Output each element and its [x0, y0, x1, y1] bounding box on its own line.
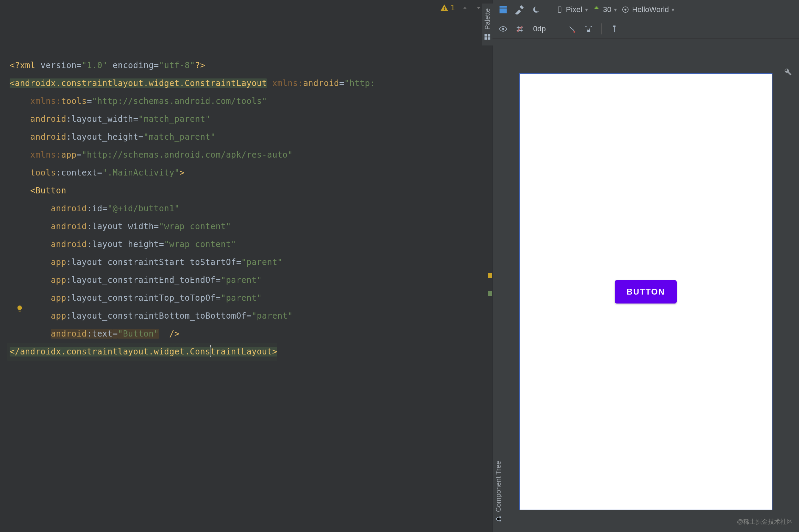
code-line[interactable]: app:layout_constraintTop_toTopOf="parent… — [7, 289, 492, 307]
code-line[interactable]: tools:context=".MainActivity"> — [7, 164, 492, 182]
code-line[interactable]: android:layout_width="match_parent" — [7, 110, 492, 128]
api-dropdown[interactable]: 30 ▾ — [593, 5, 617, 14]
layout-preview-pane: Pixel ▾ 30 ▾ HelloWorld ▾ — [492, 0, 799, 532]
chevron-down-icon: ▾ — [672, 7, 674, 13]
view-options-icon[interactable] — [784, 68, 792, 76]
visibility-icon[interactable] — [497, 23, 509, 35]
palette-tool-tab[interactable]: Palette — [482, 3, 493, 45]
code-line[interactable]: app:layout_constraintStart_toStartOf="pa… — [7, 253, 492, 271]
svg-point-7 — [502, 28, 504, 30]
device-frame[interactable]: BUTTON — [519, 73, 772, 510]
code-editor-pane: <?xml version="1.0" encoding="utf-8"?><a… — [0, 0, 492, 532]
app-root: <?xml version="1.0" encoding="utf-8"?><a… — [0, 0, 799, 532]
code-line[interactable]: <androidx.constraintlayout.widget.Constr… — [7, 74, 492, 92]
chevron-down-icon: ▾ — [585, 7, 588, 13]
design-surface[interactable]: BUTTON Component Tree @稀土掘金技术社区 — [492, 39, 799, 532]
separator — [601, 23, 602, 34]
device-label: Pixel — [566, 5, 582, 14]
clear-constraints-icon[interactable] — [566, 23, 578, 35]
vcs-change-marker — [488, 291, 492, 296]
orientation-icon[interactable] — [514, 4, 526, 15]
autoconnect-icon[interactable] — [514, 23, 526, 35]
toolbar-row-1: Pixel ▾ 30 ▾ HelloWorld ▾ — [492, 0, 799, 19]
intention-bulb-icon[interactable] — [16, 269, 54, 348]
night-mode-icon[interactable] — [530, 4, 542, 15]
editor-inspection-widget[interactable]: 1 — [440, 3, 482, 12]
chevron-down-icon: ▾ — [614, 7, 617, 13]
code-line[interactable]: <Button — [7, 182, 492, 200]
svg-point-1 — [535, 6, 540, 11]
svg-rect-2 — [558, 7, 561, 13]
code-line[interactable]: android:layout_height="wrap_content" — [7, 235, 492, 253]
separator — [549, 4, 549, 15]
code-line[interactable]: android:id="@+id/button1" — [7, 200, 492, 217]
code-editor[interactable]: <?xml version="1.0" encoding="utf-8"?><a… — [0, 0, 492, 532]
prev-highlight-icon[interactable] — [461, 4, 469, 12]
warning-count: 1 — [450, 3, 455, 12]
separator — [559, 23, 559, 34]
palette-tab-label: Palette — [484, 8, 491, 30]
theme-dropdown[interactable]: HelloWorld ▾ — [622, 5, 674, 14]
preview-button[interactable]: BUTTON — [615, 280, 677, 304]
svg-point-3 — [595, 8, 596, 8]
toolbar-row-2: 0dp — [492, 19, 799, 39]
code-line[interactable]: xmlns:app="http://schemas.android.com/ap… — [7, 146, 492, 164]
next-highlight-icon[interactable] — [475, 4, 482, 12]
code-line[interactable]: <?xml version="1.0" encoding="utf-8"?> — [7, 56, 492, 74]
svg-point-4 — [597, 8, 598, 8]
code-line[interactable]: android:layout_width="wrap_content" — [7, 217, 492, 235]
guidelines-icon[interactable] — [609, 23, 620, 35]
warning-icon[interactable]: 1 — [440, 3, 455, 12]
code-line[interactable]: app:layout_constraintBottom_toBottomOf="… — [7, 307, 492, 325]
preview-toolbar: Pixel ▾ 30 ▾ HelloWorld ▾ — [492, 0, 799, 39]
watermark-text: @稀土掘金技术社区 — [737, 518, 793, 526]
default-margin-dropdown[interactable]: 0dp — [530, 24, 552, 34]
component-tree-label: Component Tree — [495, 461, 502, 512]
design-surface-icon[interactable] — [497, 4, 509, 15]
api-label: 30 — [603, 5, 611, 14]
svg-point-8 — [573, 31, 575, 33]
code-line[interactable]: android:text="Button" /> — [7, 325, 492, 343]
infer-constraints-icon[interactable] — [583, 23, 594, 35]
margin-value: 0dp — [533, 24, 546, 33]
component-tree-tool-tab[interactable]: Component Tree — [493, 456, 504, 527]
code-line[interactable]: android:layout_height="match_parent" — [7, 128, 492, 146]
svg-rect-9 — [613, 25, 615, 27]
theme-label: HelloWorld — [632, 5, 669, 14]
code-line[interactable]: app:layout_constraintEnd_toEndOf="parent… — [7, 271, 492, 289]
code-line[interactable]: xmlns:tools="http://schemas.android.com/… — [7, 92, 492, 110]
svg-point-6 — [624, 9, 626, 11]
device-dropdown[interactable]: Pixel ▾ — [556, 5, 588, 14]
warning-stripe-marker[interactable] — [488, 273, 492, 278]
